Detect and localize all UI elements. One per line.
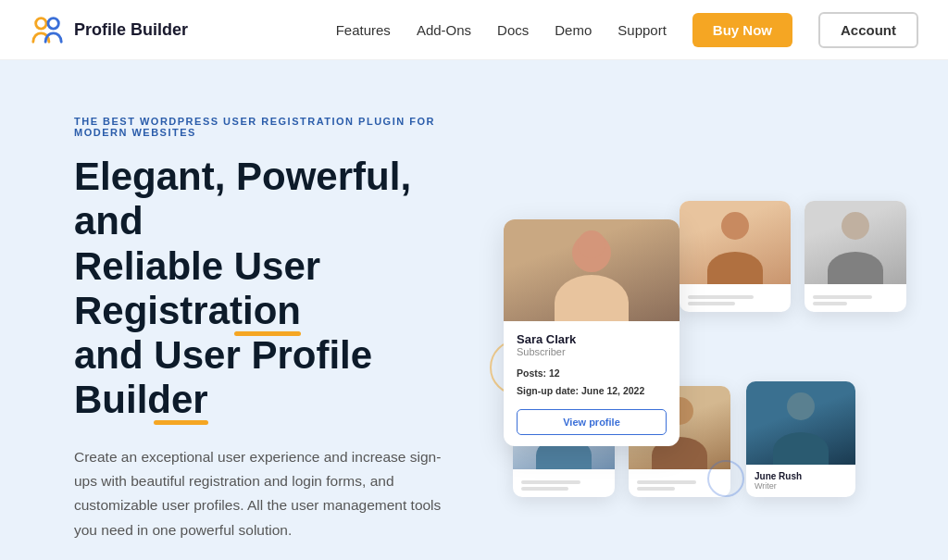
man1-silhouette xyxy=(680,201,791,284)
sara-role: Subscriber xyxy=(517,346,667,357)
account-button[interactable]: Account xyxy=(818,12,918,48)
hero-title: Elegant, Powerful, and Reliable User Reg… xyxy=(74,155,448,423)
june-head xyxy=(787,392,815,420)
nav-docs[interactable]: Docs xyxy=(497,22,529,38)
june-role: Writer xyxy=(755,481,847,491)
man1-bar2 xyxy=(688,302,735,305)
june-card-body: June Rush Writer xyxy=(746,465,855,497)
sara-meta: Posts: 12 Sign-up date: June 12, 2022 xyxy=(517,365,667,400)
profile-card-sara: Sara Clark Subscriber Posts: 12 Sign-up … xyxy=(504,219,680,446)
june-body xyxy=(773,432,829,465)
hero-illustration: Sara Clark Subscriber Posts: 12 Sign-up … xyxy=(485,192,874,543)
nav-addons[interactable]: Add-Ons xyxy=(417,22,471,38)
sara-name: Sara Clark xyxy=(517,332,667,346)
man1-card-body xyxy=(680,284,791,312)
man1-avatar xyxy=(680,201,791,284)
sara-silhouette xyxy=(504,219,680,321)
buy-now-button[interactable]: Buy Now xyxy=(692,13,792,47)
june-avatar xyxy=(746,381,855,465)
svg-point-1 xyxy=(48,19,58,29)
woman2-card-body xyxy=(513,469,615,497)
hero-title-underline1: User Registration xyxy=(74,244,320,332)
hero-description: Create an exceptional user experience an… xyxy=(74,445,448,542)
nav-links: Features Add-Ons Docs Demo Support Buy N… xyxy=(336,12,918,48)
man3-bar xyxy=(637,480,696,484)
sara-body xyxy=(564,289,619,321)
june-name: June Rush xyxy=(755,471,847,481)
sara-head xyxy=(578,230,605,258)
man1-body xyxy=(707,252,763,284)
man2-bar2 xyxy=(813,302,847,305)
profile-card-man2 xyxy=(805,201,906,312)
sara-avatar xyxy=(504,219,680,321)
nav-support[interactable]: Support xyxy=(617,22,667,38)
view-profile-button[interactable]: View profile xyxy=(517,409,667,435)
man2-silhouette xyxy=(805,201,906,284)
man2-bar xyxy=(813,295,872,299)
hero-content: THE BEST WORDPRESS USER REGISTRATION PLU… xyxy=(74,116,485,560)
man2-body xyxy=(828,252,883,284)
profile-card-june: June Rush Writer xyxy=(746,381,855,497)
man3-card-body xyxy=(629,469,730,497)
man2-head xyxy=(842,212,869,240)
svg-point-0 xyxy=(36,19,46,29)
sara-signup: Sign-up date: June 12, 2022 xyxy=(517,382,667,400)
hero-section: THE BEST WORDPRESS USER REGISTRATION PLU… xyxy=(0,60,948,560)
profile-card-man1 xyxy=(680,201,791,312)
profile-cards: Sara Clark Subscriber Posts: 12 Sign-up … xyxy=(485,201,874,534)
logo-icon xyxy=(30,12,65,47)
nav-features[interactable]: Features xyxy=(336,22,391,38)
hero-title-underline2: User Profile Builder xyxy=(74,333,372,421)
man3-bar2 xyxy=(637,487,675,491)
june-silhouette xyxy=(746,381,855,465)
woman2-bar2 xyxy=(521,487,568,491)
woman2-bar xyxy=(521,480,580,484)
sara-posts: Posts: 12 xyxy=(517,365,667,382)
logo[interactable]: Profile Builder xyxy=(30,12,188,47)
nav-demo[interactable]: Demo xyxy=(555,22,592,38)
logo-text: Profile Builder xyxy=(74,20,188,40)
man2-card-body xyxy=(805,284,906,312)
sara-card-body: Sara Clark Subscriber Posts: 12 Sign-up … xyxy=(504,321,680,446)
man2-avatar xyxy=(805,201,906,284)
hero-eyebrow: THE BEST WORDPRESS USER REGISTRATION PLU… xyxy=(74,116,448,138)
navbar: Profile Builder Features Add-Ons Docs De… xyxy=(0,0,948,60)
man1-bar xyxy=(688,295,754,299)
man1-head xyxy=(721,212,749,240)
